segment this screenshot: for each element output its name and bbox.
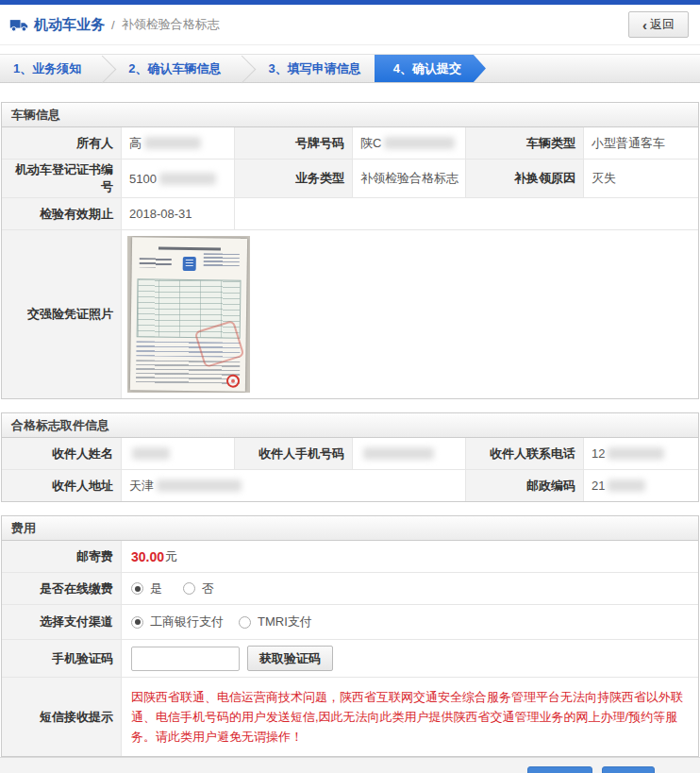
step-tab-2[interactable]: 2、确认车辆信息 (109, 55, 236, 82)
postage-amount: 30.00 (131, 549, 164, 564)
postal-code-label: 邮政编码 (466, 470, 584, 501)
sms-notice-label: 短信接收提示 (2, 678, 122, 756)
back-button-label: 返回 (650, 16, 675, 33)
plate-value: 陕C (353, 127, 466, 159)
table-row: 短信接收提示 因陕西省联通、电信运营商技术问题，陕西省互联网交通安全综合服务管理… (2, 678, 698, 756)
sms-code-field: 获取验证码 (122, 640, 698, 677)
step-tab-3[interactable]: 3、填写申请信息 (249, 55, 375, 82)
radio-selected-icon[interactable] (131, 616, 143, 629)
fee-section-title: 费用 (2, 516, 698, 541)
inspection-valid-label: 检验有效期止 (2, 198, 122, 229)
module-title-text: 机动车业务 (34, 16, 105, 34)
owner-value: 高 (122, 127, 235, 159)
recipient-address-value: 天津 (122, 470, 466, 501)
photo-header-text (140, 258, 172, 267)
table-row: 所有人 高 号牌号码 陕C 车辆类型 小型普通客车 (2, 127, 698, 160)
vehicle-info-section: 车辆信息 所有人 高 号牌号码 陕C 车辆类型 小型普通客车 机动车登记证书编号… (1, 102, 699, 399)
step-tab-1-label: 1、业务须知 (13, 60, 81, 77)
channel-icbc-option[interactable]: 工商银行支付 (131, 613, 224, 630)
business-type-label: 业务类型 (235, 160, 353, 197)
cert-no-label: 机动车登记证书编号 (2, 160, 122, 197)
redacted-blur (608, 479, 645, 492)
sms-code-label: 手机验证码 (2, 640, 122, 677)
radio-selected-icon[interactable] (131, 582, 143, 595)
fee-section: 费用 邮寄费 30.00 元 是否在线缴费 是 否 (1, 515, 699, 757)
inspection-valid-value: 2018-08-31 (122, 198, 235, 229)
photo-paper (130, 237, 247, 392)
redacted-blur (608, 447, 664, 460)
redacted-blur (157, 479, 242, 492)
recipient-phone-value: 12 (584, 438, 698, 469)
recipient-name-label: 收件人姓名 (2, 438, 122, 469)
table-row: 收件人地址 天津 邮政编码 21 (2, 470, 698, 501)
step-separator-icon (236, 55, 249, 82)
postage-unit: 元 (165, 548, 177, 565)
truck-icon (9, 18, 28, 32)
vehicle-type-value: 小型普通客车 (584, 127, 698, 159)
reissue-reason-label: 补换领原因 (466, 160, 584, 197)
vehicle-section-title: 车辆信息 (2, 103, 698, 127)
page-header: 机动车业务 / 补领检验合格标志 ‹ 返回 (0, 5, 700, 45)
postal-code-value: 21 (584, 470, 698, 501)
finish-button[interactable]: 完成 (602, 766, 655, 773)
pay-channel-label: 选择支付渠道 (2, 605, 122, 639)
photo-insurer-logo (183, 257, 196, 271)
vehicle-type-label: 车辆类型 (466, 127, 584, 159)
pay-online-no-option[interactable]: 否 (183, 580, 214, 597)
step-tab-2-label: 2、确认车辆信息 (128, 60, 221, 77)
pickup-info-section: 合格标志取件信息 收件人姓名 收件人手机号码 收件人联系电话 12 收件人地址 … (1, 412, 699, 502)
pay-online-label: 是否在线缴费 (2, 573, 122, 604)
back-chevron-icon: ‹ (642, 18, 647, 32)
table-row: 手机验证码 获取验证码 (2, 640, 698, 678)
sms-code-input[interactable] (131, 647, 240, 671)
sms-notice-cell: 因陕西省联通、电信运营商技术问题，陕西省互联网交通安全综合服务管理平台无法向持陕… (122, 678, 698, 756)
channel-tmri-option[interactable]: TMRI支付 (239, 613, 312, 630)
table-row: 是否在线缴费 是 否 (2, 573, 698, 605)
photo-title-line (158, 247, 221, 251)
channel-icbc-label[interactable]: 工商银行支付 (150, 613, 224, 630)
insurance-photo-thumbnail[interactable] (127, 236, 250, 393)
main-page: 机动车业务 / 补领检验合格标志 ‹ 返回 1、业务须知 2、确认车辆信息 3、… (0, 5, 700, 773)
owner-label: 所有人 (2, 127, 122, 159)
plate-label: 号牌号码 (235, 127, 353, 159)
pickup-section-title: 合格标志取件信息 (2, 413, 698, 438)
recipient-name-value (122, 438, 235, 469)
table-row: 交强险凭证照片 (2, 230, 698, 398)
pay-online-yes-label[interactable]: 是 (150, 580, 162, 597)
radio-unselected-icon[interactable] (183, 582, 195, 595)
step-tab-3-label: 3、填写申请信息 (268, 60, 360, 77)
redacted-blur (132, 447, 170, 460)
radio-unselected-icon[interactable] (239, 616, 251, 629)
business-type-value: 补领检验合格标志 (353, 160, 466, 197)
table-row: 邮寄费 30.00 元 (2, 541, 698, 573)
sms-notice-text: 因陕西省联通、电信运营商技术问题，陕西省互联网交通安全综合服务管理平台无法向持陕… (131, 687, 685, 747)
pay-online-yes-option[interactable]: 是 (131, 580, 162, 597)
step-tab-4-active[interactable]: 4、确认提交 (375, 55, 486, 82)
step-tabbar: 1、业务须知 2、确认车辆信息 3、填写申请信息 4、确认提交 (0, 54, 700, 83)
table-row: 机动车登记证书编号 5100 业务类型 补领检验合格标志 补换领原因 灭失 (2, 160, 698, 198)
pay-channel-options: 工商银行支付 TMRI支付 (122, 605, 698, 639)
pay-online-options: 是 否 (122, 573, 698, 604)
redacted-blur (159, 173, 216, 185)
step-tab-1[interactable]: 1、业务须知 (0, 55, 96, 82)
postage-label: 邮寄费 (2, 541, 122, 572)
pay-online-no-label[interactable]: 否 (202, 580, 214, 597)
recipient-phone-label: 收件人联系电话 (466, 438, 584, 469)
back-button[interactable]: ‹ 返回 (628, 11, 689, 38)
reissue-reason-value: 灭失 (584, 160, 698, 197)
step-tab-4-label: 4、确认提交 (393, 60, 461, 77)
recipient-mobile-label: 收件人手机号码 (235, 438, 353, 469)
previous-step-button[interactable]: 上一步 (527, 766, 592, 773)
footer-action-bar: 上一步 完成 (0, 757, 700, 773)
get-code-button[interactable]: 获取验证码 (247, 646, 333, 671)
postage-value: 30.00 元 (122, 541, 698, 572)
insurance-photo-label: 交强险凭证照片 (2, 230, 122, 398)
photo-text-lines (136, 360, 240, 386)
redacted-blur (144, 137, 201, 149)
cert-no-value: 5100 (122, 160, 235, 197)
channel-tmri-label[interactable]: TMRI支付 (258, 613, 312, 630)
step-separator-icon (96, 55, 109, 82)
recipient-mobile-value (353, 438, 466, 469)
breadcrumb-divider: / (111, 18, 115, 32)
redacted-blur (384, 137, 455, 149)
